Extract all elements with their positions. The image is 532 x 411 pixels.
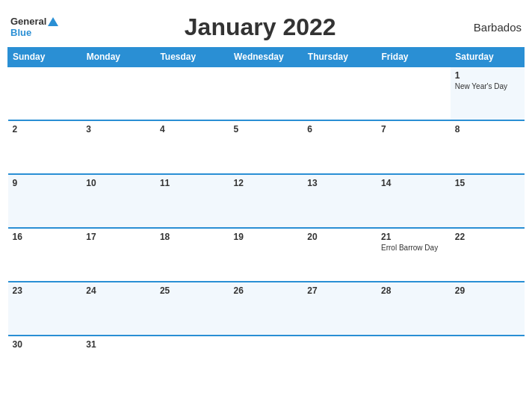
day-number: 12 [234,178,299,188]
calendar-cell: 10 [81,174,155,228]
calendar-cell: 31 [81,336,155,389]
day-number: 25 [160,285,225,296]
day-number: 29 [455,285,520,296]
calendar-cell: 8 [451,120,525,174]
day-number: 10 [86,178,151,188]
day-number: 19 [234,232,299,242]
calendar-cell: 24 [81,282,155,336]
day-number: 1 [455,70,520,81]
day-number: 27 [307,285,372,296]
day-number: 22 [455,232,520,242]
country-label: Barbados [462,21,522,34]
day-event: New Year's Day [455,82,520,91]
calendar-cell: 23 [8,282,82,336]
calendar-cell: 5 [229,120,303,174]
calendar-cell: 13 [303,174,377,228]
calendar-cell: 16 [8,228,82,282]
calendar-week-row: 161718192021Errol Barrow Day22 [8,228,525,282]
calendar-cell: 6 [303,120,377,174]
calendar-cell [229,336,303,389]
day-number: 20 [307,232,372,242]
day-number: 15 [455,178,520,188]
calendar-cell [8,67,82,120]
calendar-cell [451,336,525,389]
calendar-cell [303,67,377,120]
calendar-cell: 19 [229,228,303,282]
logo-blue-text: Blue [10,28,31,38]
calendar-cell: 4 [155,120,229,174]
day-number: 13 [307,178,372,188]
header-tuesday: Tuesday [155,48,229,67]
calendar-cell: 12 [229,174,303,228]
calendar-cell: 20 [303,228,377,282]
header-thursday: Thursday [303,48,377,67]
day-number: 26 [234,285,299,296]
calendar-cell [81,67,155,120]
logo-triangle-icon [48,17,58,26]
day-number: 16 [13,232,78,242]
calendar-cell: 7 [377,120,451,174]
day-number: 4 [160,124,225,135]
calendar-header: General Blue January 2022 Barbados [7,7,525,44]
calendar-cell: 9 [8,174,82,228]
calendar-week-row: 1New Year's Day [8,67,525,120]
day-number: 24 [86,285,151,296]
day-number: 21 [381,232,446,242]
day-number: 14 [381,178,446,188]
calendar-cell [303,336,377,389]
calendar-cell: 26 [229,282,303,336]
day-number: 17 [86,232,151,242]
calendar-cell: 30 [8,336,82,389]
calendar-cell: 14 [377,174,451,228]
header-monday: Monday [81,48,155,67]
calendar-week-row: 3031 [8,336,525,389]
calendar-cell: 25 [155,282,229,336]
calendar-week-row: 23242526272829 [8,282,525,336]
header-wednesday: Wednesday [229,48,303,67]
calendar-cell: 17 [81,228,155,282]
day-number: 11 [160,178,225,188]
calendar-cell: 15 [451,174,525,228]
day-number: 23 [13,285,78,296]
calendar-cell [377,67,451,120]
calendar-cell: 27 [303,282,377,336]
calendar-cell: 22 [451,228,525,282]
calendar-cell [155,67,229,120]
calendar-cell [155,336,229,389]
day-number: 9 [13,178,78,188]
calendar-table: Sunday Monday Tuesday Wednesday Thursday… [7,47,525,389]
day-number: 28 [381,285,446,296]
day-number: 8 [455,124,520,135]
calendar-page: General Blue January 2022 Barbados Sunda… [7,7,525,389]
calendar-cell: 1New Year's Day [451,67,525,120]
calendar-week-row: 2345678 [8,120,525,174]
logo-general-text: General [10,16,46,27]
calendar-cell [229,67,303,120]
day-number: 6 [307,124,372,135]
day-number: 31 [86,339,151,350]
day-number: 7 [381,124,446,135]
calendar-cell: 29 [451,282,525,336]
calendar-body: 1New Year's Day2345678910111213141516171… [8,67,525,389]
day-number: 3 [86,124,151,135]
weekday-header-row: Sunday Monday Tuesday Wednesday Thursday… [8,48,525,67]
day-number: 18 [160,232,225,242]
header-sunday: Sunday [8,48,82,67]
calendar-cell: 2 [8,120,82,174]
calendar-cell: 3 [81,120,155,174]
header-friday: Friday [377,48,451,67]
day-number: 30 [13,339,78,350]
calendar-week-row: 9101112131415 [8,174,525,228]
month-title: January 2022 [58,13,462,41]
day-number: 5 [234,124,299,135]
calendar-cell [377,336,451,389]
day-number: 2 [13,124,78,135]
calendar-cell: 11 [155,174,229,228]
calendar-cell: 18 [155,228,229,282]
day-event: Errol Barrow Day [381,244,446,253]
calendar-cell: 21Errol Barrow Day [377,228,451,282]
calendar-cell: 28 [377,282,451,336]
header-saturday: Saturday [451,48,525,67]
logo: General Blue [10,16,58,38]
